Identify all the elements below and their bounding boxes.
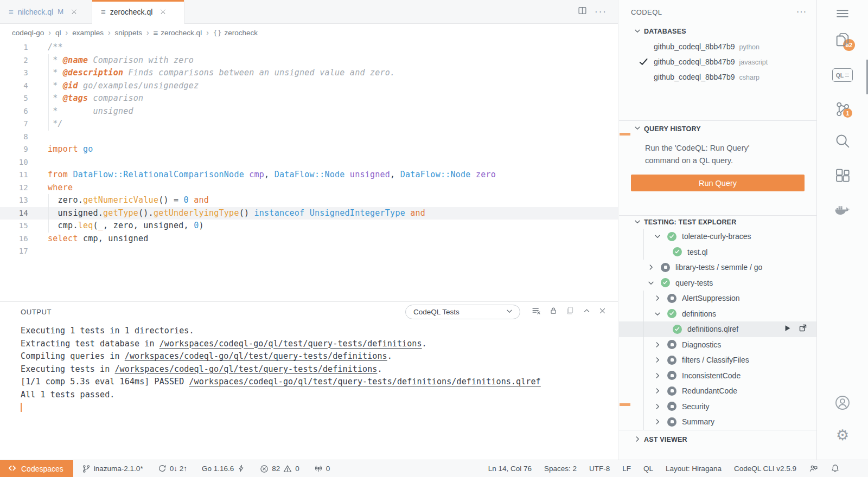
- chevron-right-icon[interactable]: [654, 418, 661, 426]
- code-line-2[interactable]: 2 * @name Comparison with zero: [0, 54, 618, 67]
- close-panel-icon[interactable]: [599, 307, 606, 317]
- query-files-icon[interactable]: [817, 31, 868, 48]
- test-tree-item-tolerate-curly-braces[interactable]: tolerate-curly-braces: [619, 229, 816, 244]
- tab-zerocheck.ql[interactable]: ≡zerocheck.ql: [92, 0, 184, 24]
- tab-close-icon[interactable]: [71, 9, 77, 15]
- tab-close-icon[interactable]: [160, 9, 166, 15]
- chevron-right-icon[interactable]: [654, 372, 661, 379]
- tab-nilcheck.ql[interactable]: ≡nilcheck.qlM: [0, 0, 92, 23]
- status-item-ql[interactable]: QL: [643, 465, 653, 473]
- test-tree-item-filters-ClassifyFiles[interactable]: filters / ClassifyFiles: [619, 352, 816, 368]
- source-control-graph-icon[interactable]: [817, 101, 868, 117]
- code-line-6[interactable]: 6 * unsigned: [0, 105, 618, 118]
- split-editor-icon[interactable]: [578, 6, 587, 17]
- test-tree-item-Diagnostics[interactable]: Diagnostics: [619, 337, 816, 353]
- code-line-13[interactable]: 13 zero.getNumericValue() = 0 and: [0, 194, 618, 207]
- output-path-link[interactable]: /workspaces/codeql-go/ql/test/query-test…: [125, 351, 387, 361]
- editor-more-actions-icon[interactable]: ···: [595, 7, 607, 17]
- codeql-view-icon[interactable]: QL: [817, 68, 868, 82]
- test-tree-item-AlertSuppression[interactable]: AlertSuppression: [619, 291, 816, 306]
- status-item-go-1-16-6[interactable]: Go 1.16.6: [202, 465, 245, 473]
- code-line-3[interactable]: 3 * @description Finds comparisons betwe…: [0, 67, 618, 80]
- search-icon[interactable]: [817, 133, 868, 149]
- chevron-right-icon[interactable]: [654, 341, 661, 349]
- account-icon[interactable]: [817, 395, 868, 411]
- database-item-csharp[interactable]: github_codeql_8bb47b9csharp: [619, 69, 816, 85]
- code-line-8[interactable]: 8: [0, 131, 618, 144]
- chevron-right-icon[interactable]: [654, 387, 661, 395]
- chevron-down-icon[interactable]: [647, 279, 655, 287]
- output-channel-select[interactable]: CodeQL Tests: [405, 305, 520, 319]
- code-editor[interactable]: 1/**2 * @name Comparison with zero3 * @d…: [0, 41, 618, 301]
- extensions-icon[interactable]: [817, 168, 868, 184]
- code-line-10[interactable]: 10: [0, 156, 618, 169]
- code-line-14[interactable]: 14 unsigned.getType().getUnderlyingType(…: [0, 207, 618, 220]
- section-ast-viewer[interactable]: AST VIEWER: [619, 430, 816, 449]
- goto-test-icon[interactable]: [799, 324, 807, 334]
- section-query-history[interactable]: QUERY HISTORY: [619, 120, 816, 137]
- code-line-12[interactable]: 12where: [0, 182, 618, 195]
- output-line: [1/1 comp 5.3s eval 164ms] PASSED /works…: [21, 376, 618, 389]
- test-tree-item-library-tests-semmle-go[interactable]: library-tests / semmle / go: [619, 260, 816, 275]
- output-path-link[interactable]: /workspaces/codeql-go/ql/test/query-test…: [189, 377, 540, 386]
- chevron-down-icon[interactable]: [654, 310, 661, 318]
- output-path-link[interactable]: /workspaces/codeql-go/ql/test/query-test…: [114, 364, 377, 374]
- status-item-0[interactable]: 0: [314, 465, 330, 473]
- status-item-layout-hiragana[interactable]: Layout: Hiragana: [666, 465, 722, 473]
- sidebar-more-icon[interactable]: ···: [796, 7, 807, 17]
- code-line-9[interactable]: 9import go: [0, 143, 618, 156]
- status-item-inazuma-2-1-0-[interactable]: inazuma-2.1.0*: [82, 465, 143, 473]
- section-databases[interactable]: DATABASES: [619, 24, 816, 39]
- test-tree-item-query-tests[interactable]: query-tests: [619, 275, 816, 291]
- docker-icon[interactable]: [817, 203, 868, 219]
- status-item-ln-14-col-76[interactable]: Ln 14, Col 76: [488, 465, 532, 473]
- status-item-codeql-cli-v2-5-9[interactable]: CodeQL CLI v2.5.9: [734, 465, 796, 473]
- menu-icon[interactable]: [817, 7, 868, 21]
- breadcrumb-item-examples[interactable]: examples: [72, 29, 104, 37]
- chevron-right-icon[interactable]: [654, 294, 661, 302]
- status-item-feedback[interactable]: [809, 464, 818, 473]
- breadcrumb-item-snippets[interactable]: snippets: [115, 29, 142, 37]
- maximize-panel-icon[interactable]: [583, 307, 591, 317]
- test-tree-item-InconsistentCode[interactable]: InconsistentCode: [619, 368, 816, 384]
- code-line-15[interactable]: 15 cmp.leq(_, zero, unsigned, 0): [0, 220, 618, 233]
- lock-scroll-icon[interactable]: [549, 306, 558, 317]
- test-tree-item-Security[interactable]: Security: [619, 399, 816, 415]
- clear-output-icon[interactable]: [532, 306, 541, 318]
- open-log-file-icon[interactable]: [566, 306, 575, 317]
- run-query-button[interactable]: Run Query: [631, 175, 805, 191]
- code-line-4[interactable]: 4 * @id go/examples/unsignedgez: [0, 80, 618, 93]
- section-test-explorer[interactable]: TESTING: TEST EXPLORER: [619, 215, 816, 229]
- chevron-down-icon[interactable]: [654, 233, 661, 240]
- breadcrumb-item-ql[interactable]: ql: [55, 29, 61, 37]
- database-item-python[interactable]: github_codeql_8bb47b9python: [619, 39, 816, 54]
- breadcrumb-item-codeql-go[interactable]: codeql-go: [12, 29, 44, 37]
- code-line-11[interactable]: 11from DataFlow::RelationalComparisonNod…: [0, 169, 618, 182]
- test-tree-item-RedundantCode[interactable]: RedundantCode: [619, 383, 816, 399]
- chevron-right-icon[interactable]: [654, 403, 661, 410]
- test-tree-item-Summary[interactable]: Summary: [619, 414, 816, 430]
- code-line-17[interactable]: 17: [0, 245, 618, 258]
- test-tree-item-test.ql[interactable]: test.ql: [619, 244, 816, 260]
- status-item-spaces-2[interactable]: Spaces: 2: [544, 465, 577, 473]
- database-item-javascript[interactable]: github_codeql_8bb47b9javascript: [619, 54, 816, 69]
- settings-gear-icon[interactable]: ⚙: [817, 428, 868, 443]
- test-tree-item-definitions.qlref[interactable]: definitions.qlref: [619, 321, 816, 337]
- output-path-link[interactable]: /workspaces/codeql-go/ql/test/query-test…: [159, 339, 422, 349]
- breadcrumb-item-zerocheck[interactable]: {}zerocheck: [213, 29, 258, 37]
- status-item-0-2-[interactable]: 0↓ 2↑: [158, 465, 187, 473]
- chevron-right-icon[interactable]: [647, 263, 655, 271]
- status-item-bell[interactable]: [831, 464, 840, 473]
- run-test-icon[interactable]: [783, 324, 792, 334]
- test-tree-item-definitions[interactable]: definitions: [619, 306, 816, 322]
- chevron-right-icon[interactable]: [654, 356, 661, 364]
- breadcrumb-item-zerocheck.ql[interactable]: ≡zerocheck.ql: [154, 29, 202, 37]
- remote-indicator-codespaces[interactable]: Codespaces: [0, 460, 73, 477]
- status-item-lf[interactable]: LF: [622, 465, 631, 473]
- status-item-utf-8[interactable]: UTF-8: [589, 465, 610, 473]
- code-line-16[interactable]: 16select cmp, unsigned: [0, 233, 618, 246]
- code-line-7[interactable]: 7 */: [0, 118, 618, 131]
- status-item-82[interactable]: 820: [260, 465, 299, 473]
- code-line-1[interactable]: 1/**: [0, 41, 618, 54]
- code-line-5[interactable]: 5 * @tags comparison: [0, 92, 618, 105]
